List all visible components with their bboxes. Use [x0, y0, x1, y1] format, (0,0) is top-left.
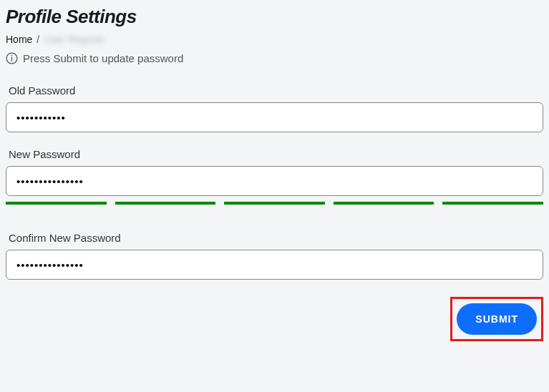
page-title: Profile Settings — [6, 6, 543, 28]
confirm-password-group: Confirm New Password — [6, 232, 543, 280]
info-message-text: Press Submit to update password — [23, 52, 183, 64]
new-password-input[interactable] — [6, 166, 543, 196]
breadcrumb-separator: / — [37, 34, 39, 45]
breadcrumb: Home / User Register — [6, 34, 543, 45]
submit-highlight-box: SUBMIT — [450, 297, 543, 341]
strength-bar-4 — [334, 202, 434, 205]
info-icon — [6, 52, 18, 64]
svg-point-2 — [11, 55, 13, 57]
confirm-password-label: Confirm New Password — [6, 232, 543, 244]
breadcrumb-current: User Register — [44, 34, 105, 45]
password-strength-meter — [6, 202, 543, 205]
old-password-label: Old Password — [6, 84, 543, 97]
old-password-group: Old Password — [6, 84, 543, 132]
button-row: SUBMIT — [6, 297, 543, 341]
submit-button[interactable]: SUBMIT — [457, 303, 537, 335]
info-message-row: Press Submit to update password — [6, 52, 543, 64]
breadcrumb-home-link[interactable]: Home — [6, 34, 32, 45]
old-password-input[interactable] — [6, 102, 543, 132]
confirm-password-input[interactable] — [6, 250, 543, 280]
strength-bar-3 — [224, 202, 325, 205]
strength-bar-5 — [442, 202, 543, 205]
new-password-group: New Password — [6, 148, 543, 205]
strength-bar-2 — [115, 202, 216, 205]
strength-bar-1 — [6, 202, 107, 205]
new-password-label: New Password — [6, 148, 543, 160]
